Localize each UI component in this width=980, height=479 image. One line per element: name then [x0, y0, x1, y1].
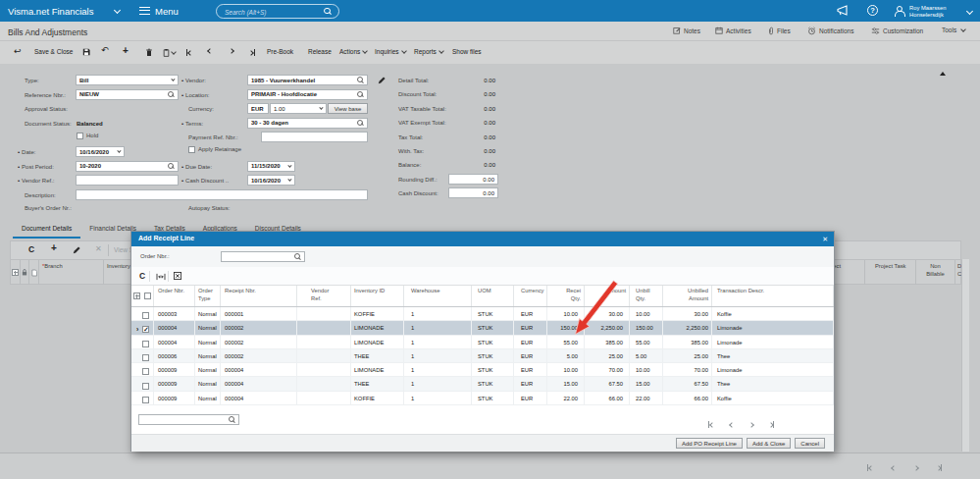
apply-retainage-checkbox[interactable]	[188, 146, 195, 153]
files-button[interactable]: Files	[768, 27, 791, 35]
reports-menu-button[interactable]: Reports	[414, 48, 443, 55]
dialog-last-page-button[interactable]	[769, 421, 775, 428]
customization-button[interactable]: Customization	[871, 27, 923, 35]
grid-edit-button[interactable]	[73, 246, 80, 254]
col-unbilled-amount[interactable]: Unbilled Amount	[663, 286, 712, 306]
export-excel-button[interactable]	[174, 272, 181, 280]
col-order-nbr[interactable]: Order Nbr.	[154, 286, 195, 306]
dialog-first-page-button[interactable]	[708, 421, 714, 428]
help-icon[interactable]: ?	[867, 5, 878, 16]
description-field[interactable]	[76, 189, 368, 200]
tools-button[interactable]: Tools	[942, 27, 965, 33]
notifications-button[interactable]: Notifications	[807, 27, 853, 35]
add-button[interactable]: +	[123, 45, 129, 56]
hamburger-icon[interactable]	[139, 7, 150, 15]
grid-delete-row-button[interactable]: ✕	[95, 244, 102, 253]
inquiries-menu-button[interactable]: Inquiries	[375, 48, 406, 55]
collapse-summary-icon[interactable]	[940, 72, 946, 76]
location-field[interactable]: PRIMAIR - Hoofdlocatie	[247, 89, 368, 100]
cash-discount-date-field[interactable]: 10/16/2020	[247, 175, 295, 186]
order-nbr-lookup-icon[interactable]	[294, 253, 301, 260]
add-po-receipt-line-button[interactable]: Add PO Receipt Line	[676, 438, 743, 449]
dialog-close-icon[interactable]: ✕	[822, 236, 828, 243]
col-transaction-descr[interactable]: Transaction Descr.	[712, 286, 834, 306]
due-date-field[interactable]: 11/15/2020	[247, 161, 295, 172]
global-search[interactable]: Search (Alt+S)	[216, 4, 339, 19]
add-close-button[interactable]: Add & Close	[747, 438, 791, 449]
go-previous-button[interactable]	[208, 49, 212, 53]
hold-checkbox[interactable]	[77, 133, 83, 139]
delete-button[interactable]	[145, 48, 153, 57]
row-checkbox[interactable]	[142, 383, 149, 390]
actions-menu-button[interactable]: Actions	[339, 48, 367, 55]
post-period-lookup-icon[interactable]	[168, 163, 175, 170]
row-checkbox[interactable]	[142, 354, 149, 361]
dialog-search-icon[interactable]	[229, 416, 235, 423]
cancel-button[interactable]: Cancel	[795, 438, 825, 449]
receipt-line-row[interactable]: › 000003 Normal 000001 KOFFIE 1 STUK EUR…	[131, 307, 834, 321]
grid-next-page-button[interactable]	[914, 466, 918, 470]
activities-button[interactable]: Activities	[715, 27, 751, 34]
receipt-line-row[interactable]: › 000004 Normal 000002 LIMONADE 1 STUK E…	[131, 336, 834, 349]
megaphone-icon[interactable]	[837, 5, 850, 17]
col-receipt-nbr[interactable]: Receipt Nbr.	[221, 286, 297, 306]
receipt-line-row[interactable]: › 000006 Normal 000002 THEE 1 STUK EUR 5…	[131, 349, 834, 363]
go-last-button[interactable]	[249, 49, 255, 56]
menu-label[interactable]: Menu	[155, 6, 179, 17]
type-select[interactable]: Bill	[76, 75, 179, 85]
back-button[interactable]: ↩	[14, 46, 22, 56]
grid-settings-icon[interactable]	[11, 260, 21, 285]
go-next-button[interactable]	[230, 49, 233, 53]
col-currency[interactable]: Currency	[514, 286, 547, 306]
grid-last-page-button[interactable]	[937, 464, 943, 471]
notes-button[interactable]: Notes	[673, 27, 700, 34]
row-checkbox[interactable]	[142, 368, 149, 375]
grid-refresh-button[interactable]: C	[28, 244, 34, 254]
tab-document-details[interactable]: Document Details	[13, 222, 80, 239]
dialog-prev-page-button[interactable]	[730, 423, 734, 427]
save-button[interactable]	[82, 48, 90, 56]
post-period-field[interactable]: 10-2020	[76, 161, 179, 172]
date-field[interactable]: 10/16/2020	[76, 146, 125, 157]
prebook-button[interactable]: Pre-Book	[267, 48, 293, 55]
brand-chevron-icon[interactable]	[114, 7, 121, 14]
terms-lookup-icon[interactable]	[357, 120, 364, 127]
grid-vertical-scrollbar[interactable]	[961, 259, 969, 452]
row-checkbox[interactable]	[142, 326, 149, 333]
receipt-line-row[interactable]: › 000004 Normal 000002 LIMONADE 1 STUK E…	[131, 321, 834, 335]
undo-button[interactable]: ↶	[101, 45, 109, 55]
row-checkbox[interactable]	[142, 397, 149, 403]
grid-settings-icon[interactable]	[133, 293, 140, 299]
col-receipt-qty[interactable]: Recei Qty.	[547, 286, 585, 306]
order-nbr-field[interactable]	[221, 251, 305, 262]
user-avatar-icon[interactable]	[894, 6, 903, 16]
user-info[interactable]: Roy Maarssen Honselersdijk	[909, 5, 946, 19]
row-checkbox[interactable]	[142, 341, 149, 347]
payment-ref-field[interactable]	[261, 132, 368, 142]
terms-field[interactable]: 30 - 30 dagen	[247, 118, 368, 129]
select-all-checkbox[interactable]	[144, 293, 151, 299]
release-button[interactable]: Release	[308, 48, 332, 55]
col-inventory-id[interactable]: Inventory ID	[351, 286, 404, 306]
col-unbilled-qty[interactable]: Unbill Qty.	[630, 286, 663, 306]
col-branch[interactable]: *Branch	[39, 260, 104, 285]
col-non-billable[interactable]: Non Billable	[916, 260, 955, 285]
location-lookup-icon[interactable]	[357, 91, 364, 98]
show-files-button[interactable]: Show files	[452, 48, 482, 55]
col-vendor-ref[interactable]: Vendor Ref.	[297, 286, 351, 306]
copy-paste-button[interactable]	[163, 48, 176, 57]
dialog-next-page-button[interactable]	[749, 423, 753, 427]
fit-width-button[interactable]	[156, 273, 166, 281]
currency-code-field[interactable]: EUR	[247, 103, 269, 114]
col-warehouse[interactable]: Warehouse	[404, 286, 472, 306]
receipt-line-row[interactable]: › 000009 Normal 000004 THEE 1 STUK EUR 1…	[131, 377, 834, 391]
vendor-ref-field[interactable]	[76, 175, 179, 186]
grid-first-page-button[interactable]	[867, 464, 873, 471]
reference-nbr-field[interactable]: NIEUW	[76, 89, 179, 100]
save-close-button[interactable]: Save & Close	[34, 48, 73, 55]
grid-prev-page-button[interactable]	[892, 466, 896, 470]
dialog-search-field[interactable]	[138, 414, 239, 425]
go-first-button[interactable]	[186, 49, 192, 56]
vendor-edit-icon[interactable]	[378, 77, 386, 84]
app-brand[interactable]: Visma.net Financials	[8, 6, 93, 17]
